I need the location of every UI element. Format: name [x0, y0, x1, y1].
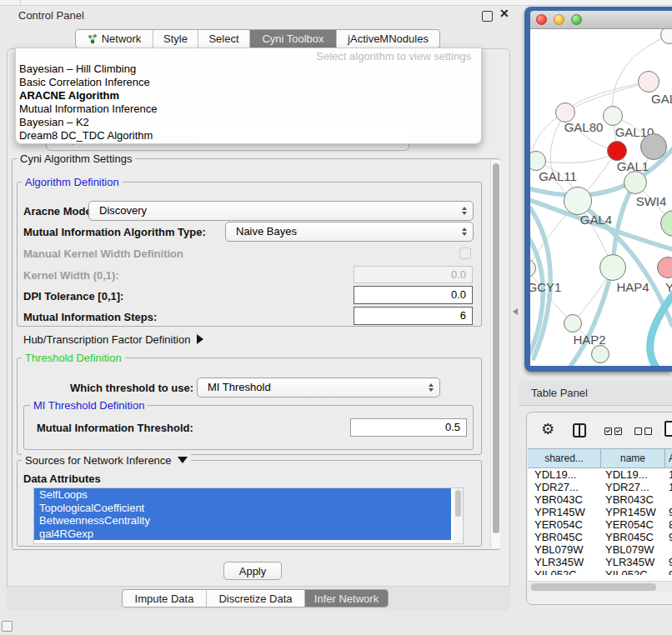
table-row[interactable]: YLR345WYLR345W9.: [528, 556, 672, 568]
close-window-icon[interactable]: [536, 14, 547, 25]
apply-button[interactable]: Apply: [223, 562, 282, 580]
algorithm-option[interactable]: Basic Correlation Inference: [16, 76, 481, 89]
table-cell[interactable]: YBR043C: [528, 493, 601, 506]
network-node-y[interactable]: [657, 257, 672, 278]
table-cell[interactable]: YIL052C: [528, 568, 601, 575]
table-cell[interactable]: 13: [665, 468, 672, 481]
mi-threshold-input[interactable]: 0.5: [350, 418, 467, 437]
column-header-shared[interactable]: shared...: [528, 448, 601, 468]
table-cell[interactable]: YDL19...: [528, 468, 601, 481]
network-node-swi4[interactable]: [624, 171, 647, 194]
table-row[interactable]: YER054CYER054C8.: [528, 518, 672, 531]
table-cell[interactable]: YBL079W: [528, 543, 601, 556]
which-threshold-select[interactable]: MI Threshold: [197, 378, 440, 398]
network-node-hap4[interactable]: [599, 254, 626, 281]
mi-steps-input[interactable]: 6: [354, 307, 473, 325]
table-row[interactable]: YBL079WYBL079W: [528, 543, 672, 556]
network-node[interactable]: [591, 345, 609, 363]
algorithm-option[interactable]: Bayesian – Hill Climbing: [16, 62, 481, 76]
table-cell[interactable]: 9.: [665, 556, 672, 568]
table-cell[interactable]: YBL079W: [601, 543, 665, 556]
algorithm-option[interactable]: Bayesian – K2: [16, 116, 481, 129]
network-canvas[interactable]: GALGAL80GAL10GAL1GAL11SWI4GAL4GCY1HAP4YH…: [530, 29, 672, 366]
attribute-item-selected[interactable]: BetweennessCentrality: [34, 514, 451, 528]
algorithm-option[interactable]: Dream8 DC_TDC Algorithm: [16, 129, 481, 142]
table-cell[interactable]: 12: [665, 481, 672, 493]
table-cell[interactable]: YER054C: [601, 518, 665, 531]
network-window-titlebar[interactable]: [530, 11, 672, 29]
document-icon[interactable]: [664, 421, 672, 437]
gear-icon[interactable]: ⚙: [541, 422, 554, 437]
float-window-button[interactable]: [482, 11, 493, 22]
table-row[interactable]: YBR045CYBR045C9.: [528, 531, 672, 543]
network-node[interactable]: [660, 210, 672, 237]
table-cell[interactable]: [665, 543, 672, 556]
table-cell[interactable]: YBR045C: [528, 531, 601, 543]
network-node[interactable]: [660, 29, 672, 44]
table-cell[interactable]: 9.: [665, 531, 672, 543]
table-cell[interactable]: YLR345W: [601, 556, 665, 568]
network-node-gal11[interactable]: [530, 151, 546, 171]
tab-infer-network[interactable]: Infer Network: [304, 590, 388, 607]
network-node-gal1[interactable]: [607, 141, 627, 161]
tab-style[interactable]: Style: [153, 30, 198, 48]
table-row[interactable]: YDL19...YDL19...13: [528, 468, 672, 481]
table-cell[interactable]: 9.: [665, 568, 672, 575]
tab-discretize-data[interactable]: Discretize Data: [206, 590, 304, 607]
attributes-scrollbar[interactable]: [454, 488, 463, 543]
zoom-window-icon[interactable]: [571, 14, 582, 25]
attributes-scrollbar-thumb[interactable]: [455, 490, 461, 517]
tab-network[interactable]: Network: [76, 30, 153, 48]
hub-definition-disclosure[interactable]: Hub/Transcription Factor Definition: [23, 334, 203, 346]
panel-grip-icon[interactable]: [2, 621, 13, 632]
column-header-partial[interactable]: A: [665, 448, 672, 468]
panel-resize-arrow[interactable]: [513, 308, 518, 315]
table-cell[interactable]: YDL19...: [601, 468, 665, 481]
tab-impute-data[interactable]: Impute Data: [123, 590, 206, 607]
network-node-gal10[interactable]: [603, 106, 623, 126]
dpi-tolerance-input[interactable]: 0.0: [354, 286, 473, 304]
column-header-name[interactable]: name: [601, 448, 665, 468]
tab-select[interactable]: Select: [198, 30, 249, 48]
table-row[interactable]: YIL052CYIL052C9.: [528, 568, 672, 575]
table-cell[interactable]: YLR345W: [528, 556, 601, 568]
network-node-gcy1[interactable]: [530, 259, 536, 278]
table-cell[interactable]: YIL052C: [601, 568, 665, 575]
tab-cyni-toolbox[interactable]: Cyni Toolbox: [249, 30, 336, 48]
table-cell[interactable]: YDR27...: [528, 481, 601, 493]
attribute-item-selected[interactable]: TopologicalCoefficient: [34, 502, 451, 515]
table-cell[interactable]: YER054C: [528, 518, 601, 531]
settings-scrollbar-thumb[interactable]: [493, 163, 499, 533]
select-all-checks-icon[interactable]: [604, 428, 622, 435]
minimize-window-icon[interactable]: [554, 14, 564, 25]
manual-kernel-checkbox[interactable]: [459, 248, 471, 259]
table-row[interactable]: YDR27...YDR27...12: [528, 481, 672, 493]
network-node-gal4[interactable]: [564, 187, 592, 215]
table-horizontal-scrollbar[interactable]: [528, 581, 672, 592]
mi-type-select[interactable]: Naive Bayes: [225, 222, 474, 242]
network-node-hap2[interactable]: [564, 314, 582, 332]
table-cell[interactable]: YBR045C: [601, 531, 665, 543]
settings-scrollbar[interactable]: [490, 160, 500, 548]
network-node[interactable]: [640, 133, 667, 160]
columns-icon[interactable]: [573, 423, 586, 438]
table-row[interactable]: YBR043CYBR043C: [528, 493, 672, 506]
tab-jactivemnodules[interactable]: jActiveMNodules: [336, 30, 439, 48]
table-cell[interactable]: 8.: [665, 518, 672, 531]
algorithm-option-selected[interactable]: ARACNE Algorithm: [16, 89, 481, 102]
algorithm-option[interactable]: Mutual Information Inference: [16, 102, 481, 116]
table-cell[interactable]: 9.: [665, 506, 672, 518]
table-cell[interactable]: YPR145W: [528, 506, 601, 518]
sources-group-title[interactable]: Sources for Network Inference: [22, 454, 191, 467]
table-row[interactable]: YPR145WYPR145W9.: [528, 506, 672, 518]
table-cell[interactable]: YBR043C: [601, 493, 665, 506]
table-cell[interactable]: [665, 493, 672, 506]
attribute-item-selected[interactable]: SelfLoops: [34, 488, 451, 502]
aracne-mode-select[interactable]: Discovery: [88, 201, 474, 221]
close-panel-button[interactable]: ✕: [499, 7, 509, 20]
deselect-all-squares-icon[interactable]: [634, 428, 652, 435]
table-cell[interactable]: YDR27...: [601, 481, 665, 493]
table-cell[interactable]: YPR145W: [601, 506, 665, 518]
kernel-width-input[interactable]: 0.0: [354, 266, 473, 283]
network-node-gal[interactable]: [638, 71, 659, 92]
